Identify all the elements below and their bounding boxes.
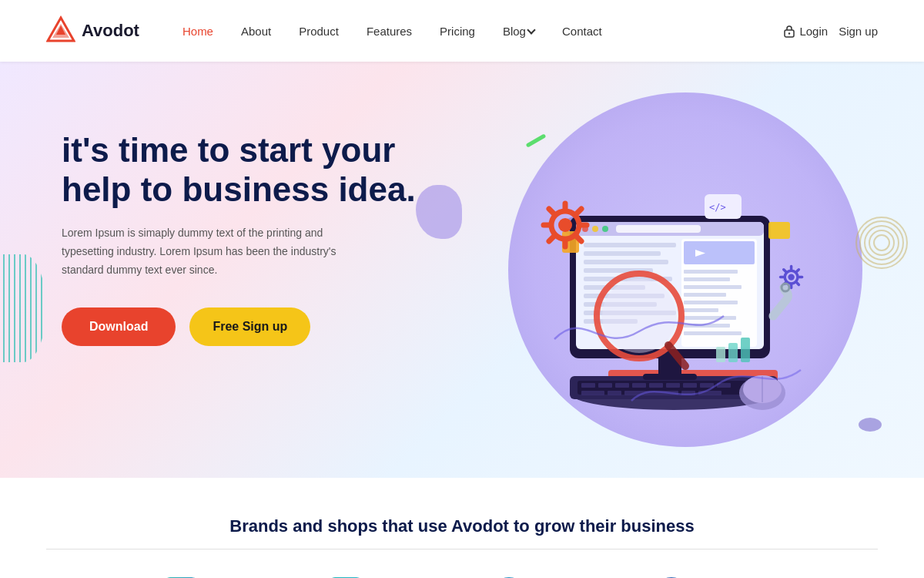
svg-rect-99 (716, 347, 725, 362)
svg-rect-65 (684, 301, 738, 304)
svg-rect-67 (684, 316, 736, 320)
svg-point-13 (874, 235, 889, 250)
monitor-svg: </> (477, 108, 862, 432)
login-button[interactable]: Login (783, 24, 828, 38)
deco-circle-lines (855, 216, 909, 270)
svg-rect-27 (649, 383, 663, 388)
svg-rect-64 (684, 293, 726, 297)
svg-line-86 (577, 209, 581, 213)
svg-point-47 (602, 226, 608, 232)
svg-rect-48 (616, 225, 701, 233)
nav-right: Login Sign up (783, 24, 878, 38)
brands-title: Brands and shops that use Avodot to grow… (46, 516, 878, 536)
svg-point-72 (602, 279, 676, 353)
blog-dropdown-icon (527, 25, 535, 34)
svg-rect-23 (581, 383, 595, 388)
svg-rect-51 (584, 260, 668, 264)
hero-buttons: Download Free Sign up (62, 307, 431, 346)
svg-line-95 (797, 283, 799, 285)
svg-rect-26 (632, 383, 646, 388)
svg-rect-41 (643, 374, 697, 380)
svg-point-89 (788, 274, 794, 280)
svg-rect-69 (684, 331, 742, 335)
nav-pricing[interactable]: Pricing (427, 18, 487, 44)
svg-rect-50 (584, 251, 661, 256)
svg-rect-25 (615, 383, 629, 388)
svg-rect-62 (684, 277, 730, 281)
brand-name: Avodot (82, 21, 139, 41)
svg-rect-63 (684, 285, 742, 289)
signup-button[interactable]: Sign up (839, 25, 878, 38)
nav-blog[interactable]: Blog (490, 18, 547, 44)
svg-point-46 (592, 226, 598, 232)
nav-home[interactable]: Home (170, 18, 226, 44)
nav-features[interactable]: Features (354, 18, 424, 44)
hero-illustration: </> (477, 108, 862, 432)
svg-rect-33 (608, 391, 621, 395)
download-button[interactable]: Download (62, 307, 176, 346)
svg-rect-49 (584, 243, 676, 247)
free-signup-button[interactable]: Free Sign up (189, 307, 310, 346)
nav-about[interactable]: About (229, 18, 283, 44)
svg-point-17 (856, 217, 907, 268)
svg-rect-24 (598, 383, 612, 388)
deco-teal-stripes (0, 254, 46, 362)
svg-point-16 (860, 221, 903, 264)
svg-rect-30 (700, 383, 714, 388)
navbar: Avodot Home About Product Features Prici… (0, 0, 924, 62)
logo-icon (46, 15, 75, 47)
svg-text:</>: </> (709, 202, 726, 213)
nav-links: Home About Product Features Pricing Blog… (170, 18, 783, 44)
nav-contact[interactable]: Contact (550, 18, 614, 44)
svg-line-94 (784, 270, 786, 272)
hero-title: it's time to start your help to business… (62, 131, 431, 209)
svg-rect-60 (684, 241, 755, 264)
svg-rect-28 (666, 383, 680, 388)
svg-line-85 (577, 237, 581, 241)
svg-rect-32 (581, 391, 604, 395)
svg-point-79 (558, 218, 572, 232)
lock-icon (783, 24, 795, 38)
nav-product[interactable]: Product (286, 18, 351, 44)
hero-description: Lorem Ipsum is simaply dummy text of the… (62, 224, 362, 279)
brands-divider (46, 549, 878, 549)
svg-rect-61 (684, 270, 738, 274)
hero-section: it's time to start your help to business… (0, 62, 924, 478)
svg-rect-66 (684, 308, 718, 312)
logo[interactable]: Avodot (46, 15, 139, 47)
svg-rect-100 (728, 343, 738, 362)
svg-rect-101 (741, 338, 750, 362)
brands-section: Brands and shops that use Avodot to grow… (0, 478, 924, 578)
svg-point-14 (869, 230, 894, 255)
svg-line-84 (549, 209, 554, 213)
svg-line-87 (549, 237, 554, 241)
svg-rect-29 (683, 383, 697, 388)
svg-rect-75 (768, 222, 790, 239)
svg-point-4 (788, 32, 790, 34)
hero-content: it's time to start your help to business… (62, 131, 431, 346)
svg-line-96 (797, 270, 799, 272)
